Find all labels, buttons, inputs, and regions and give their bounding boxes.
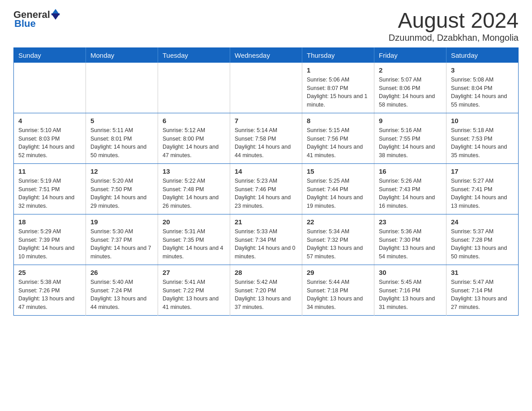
day-number: 1 [307,66,369,74]
location-title: Dzuunmod, Dzabkhan, Mongolia [389,33,519,43]
day-info: Sunrise: 5:25 AM Sunset: 7:44 PM Dayligh… [307,177,369,210]
day-info: Sunrise: 5:07 AM Sunset: 8:06 PM Dayligh… [379,76,442,109]
month-title: August 2024 [389,9,519,33]
calendar-cell: 10Sunrise: 5:18 AM Sunset: 7:53 PM Dayli… [446,113,519,163]
calendar-cell: 12Sunrise: 5:20 AM Sunset: 7:50 PM Dayli… [86,163,158,214]
day-number: 30 [379,269,442,276]
day-info: Sunrise: 5:08 AM Sunset: 8:04 PM Dayligh… [451,76,514,109]
day-number: 12 [90,167,153,175]
calendar-cell: 4Sunrise: 5:10 AM Sunset: 8:03 PM Daylig… [14,113,86,163]
logo-blue: Blue [14,18,36,30]
page-header: General Blue August 2024 Dzuunmod, Dzabk… [13,9,519,43]
day-info: Sunrise: 5:20 AM Sunset: 7:50 PM Dayligh… [90,177,153,210]
day-info: Sunrise: 5:27 AM Sunset: 7:41 PM Dayligh… [451,177,514,210]
day-number: 31 [451,269,514,276]
calendar-day-header: Thursday [302,47,374,63]
calendar-cell: 15Sunrise: 5:25 AM Sunset: 7:44 PM Dayli… [302,163,374,214]
day-info: Sunrise: 5:15 AM Sunset: 7:56 PM Dayligh… [307,126,369,160]
calendar-cell: 16Sunrise: 5:26 AM Sunset: 7:43 PM Dayli… [374,163,446,214]
day-number: 10 [451,117,514,124]
calendar-table: SundayMondayTuesdayWednesdayThursdayFrid… [13,47,519,316]
day-number: 17 [451,167,514,175]
calendar-cell: 19Sunrise: 5:30 AM Sunset: 7:37 PM Dayli… [86,214,158,265]
calendar-day-header: Wednesday [230,47,302,63]
calendar-day-header: Sunday [14,47,86,63]
day-number: 23 [379,218,442,226]
calendar-cell: 24Sunrise: 5:37 AM Sunset: 7:28 PM Dayli… [446,214,519,265]
calendar-day-header: Friday [374,47,446,63]
calendar-cell: 6Sunrise: 5:12 AM Sunset: 8:00 PM Daylig… [158,113,230,163]
day-info: Sunrise: 5:06 AM Sunset: 8:07 PM Dayligh… [307,76,369,109]
day-number: 9 [379,117,442,124]
calendar-cell: 18Sunrise: 5:29 AM Sunset: 7:39 PM Dayli… [14,214,86,265]
day-info: Sunrise: 5:37 AM Sunset: 7:28 PM Dayligh… [451,227,514,261]
day-number: 13 [163,167,225,175]
day-info: Sunrise: 5:45 AM Sunset: 7:16 PM Dayligh… [379,278,442,312]
day-info: Sunrise: 5:29 AM Sunset: 7:39 PM Dayligh… [18,227,81,261]
calendar-day-header: Tuesday [158,47,230,63]
day-number: 6 [163,117,225,124]
calendar-cell: 28Sunrise: 5:42 AM Sunset: 7:20 PM Dayli… [230,265,302,315]
day-info: Sunrise: 5:11 AM Sunset: 8:01 PM Dayligh… [90,126,153,160]
day-number: 15 [307,167,369,175]
day-info: Sunrise: 5:42 AM Sunset: 7:20 PM Dayligh… [235,278,297,312]
day-number: 2 [379,66,442,74]
day-number: 29 [307,269,369,276]
day-number: 26 [90,269,153,276]
day-number: 11 [18,167,81,175]
calendar-cell: 30Sunrise: 5:45 AM Sunset: 7:16 PM Dayli… [374,265,446,315]
day-number: 25 [18,269,81,276]
day-number: 7 [235,117,297,124]
day-number: 14 [235,167,297,175]
calendar-cell: 8Sunrise: 5:15 AM Sunset: 7:56 PM Daylig… [302,113,374,163]
calendar-cell: 23Sunrise: 5:36 AM Sunset: 7:30 PM Dayli… [374,214,446,265]
calendar-week-row: 1Sunrise: 5:06 AM Sunset: 8:07 PM Daylig… [14,63,519,113]
day-number: 28 [235,269,297,276]
calendar-week-row: 11Sunrise: 5:19 AM Sunset: 7:51 PM Dayli… [14,163,519,214]
day-info: Sunrise: 5:31 AM Sunset: 7:35 PM Dayligh… [163,227,225,261]
day-info: Sunrise: 5:38 AM Sunset: 7:26 PM Dayligh… [18,278,81,312]
calendar-cell: 9Sunrise: 5:16 AM Sunset: 7:55 PM Daylig… [374,113,446,163]
day-number: 19 [90,218,153,226]
day-info: Sunrise: 5:40 AM Sunset: 7:24 PM Dayligh… [90,278,153,312]
calendar-cell: 21Sunrise: 5:33 AM Sunset: 7:34 PM Dayli… [230,214,302,265]
calendar-cell: 11Sunrise: 5:19 AM Sunset: 7:51 PM Dayli… [14,163,86,214]
day-info: Sunrise: 5:19 AM Sunset: 7:51 PM Dayligh… [18,177,81,210]
calendar-cell: 3Sunrise: 5:08 AM Sunset: 8:04 PM Daylig… [446,63,519,113]
day-info: Sunrise: 5:36 AM Sunset: 7:30 PM Dayligh… [379,227,442,261]
day-info: Sunrise: 5:34 AM Sunset: 7:32 PM Dayligh… [307,227,369,261]
day-info: Sunrise: 5:33 AM Sunset: 7:34 PM Dayligh… [235,227,297,261]
calendar-week-row: 18Sunrise: 5:29 AM Sunset: 7:39 PM Dayli… [14,214,519,265]
calendar-cell: 2Sunrise: 5:07 AM Sunset: 8:06 PM Daylig… [374,63,446,113]
calendar-week-row: 4Sunrise: 5:10 AM Sunset: 8:03 PM Daylig… [14,113,519,163]
logo: General Blue [13,9,60,30]
day-number: 27 [163,269,225,276]
day-info: Sunrise: 5:23 AM Sunset: 7:46 PM Dayligh… [235,177,297,210]
calendar-cell: 20Sunrise: 5:31 AM Sunset: 7:35 PM Dayli… [158,214,230,265]
day-info: Sunrise: 5:47 AM Sunset: 7:14 PM Dayligh… [451,278,514,312]
day-info: Sunrise: 5:26 AM Sunset: 7:43 PM Dayligh… [379,177,442,210]
day-info: Sunrise: 5:14 AM Sunset: 7:58 PM Dayligh… [235,126,297,160]
day-number: 16 [379,167,442,175]
day-info: Sunrise: 5:12 AM Sunset: 8:00 PM Dayligh… [163,126,225,160]
calendar-cell: 1Sunrise: 5:06 AM Sunset: 8:07 PM Daylig… [302,63,374,113]
calendar-cell: 29Sunrise: 5:44 AM Sunset: 7:18 PM Dayli… [302,265,374,315]
day-info: Sunrise: 5:18 AM Sunset: 7:53 PM Dayligh… [451,126,514,160]
calendar-cell [14,63,86,113]
day-number: 3 [451,66,514,74]
calendar-week-row: 25Sunrise: 5:38 AM Sunset: 7:26 PM Dayli… [14,265,519,315]
day-number: 5 [90,117,153,124]
calendar-cell [158,63,230,113]
calendar-cell: 22Sunrise: 5:34 AM Sunset: 7:32 PM Dayli… [302,214,374,265]
day-number: 24 [451,218,514,226]
day-info: Sunrise: 5:44 AM Sunset: 7:18 PM Dayligh… [307,278,369,312]
calendar-cell [86,63,158,113]
day-info: Sunrise: 5:30 AM Sunset: 7:37 PM Dayligh… [90,227,153,261]
day-number: 18 [18,218,81,226]
calendar-day-header: Saturday [446,47,519,63]
title-area: August 2024 Dzuunmod, Dzabkhan, Mongolia [389,9,519,43]
calendar-cell: 27Sunrise: 5:41 AM Sunset: 7:22 PM Dayli… [158,265,230,315]
calendar-cell: 25Sunrise: 5:38 AM Sunset: 7:26 PM Dayli… [14,265,86,315]
day-number: 4 [18,117,81,124]
day-info: Sunrise: 5:10 AM Sunset: 8:03 PM Dayligh… [18,126,81,160]
